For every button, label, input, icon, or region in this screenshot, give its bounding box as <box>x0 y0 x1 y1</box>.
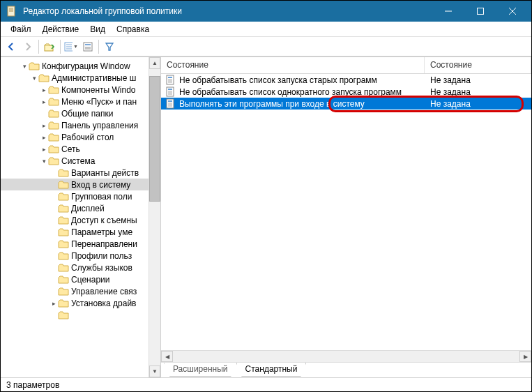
tree-item[interactable]: ▾Система <box>1 155 149 167</box>
tab-extended[interactable]: Расширенный <box>164 363 237 377</box>
scroll-left-button[interactable]: ◀ <box>161 351 173 362</box>
folder-icon <box>58 192 69 202</box>
tree-item[interactable]: ▸Рабочий стол <box>1 131 149 143</box>
menu-help[interactable]: Справка <box>111 23 155 36</box>
policy-row[interactable]: Не обрабатывать список однократного запу… <box>161 86 531 98</box>
folder-icon <box>29 61 40 71</box>
expand-icon[interactable]: ▸ <box>40 146 48 153</box>
window-title: Редактор локальной групповой политики <box>23 6 432 16</box>
folder-icon <box>58 287 69 296</box>
right-panel: Состояние Состояние Не обрабатывать спис… <box>161 57 531 377</box>
svg-rect-28 <box>168 100 172 102</box>
list-scrollbar-x[interactable]: ◀ ▶ <box>161 350 531 362</box>
expand-icon[interactable]: ▸ <box>40 122 48 129</box>
tree-item[interactable]: ▾Конфигурация Window <box>1 60 149 72</box>
tree-item[interactable]: Дисплей <box>1 202 149 214</box>
folder-icon <box>58 180 69 190</box>
folder-icon <box>58 275 69 285</box>
tree-item-label: Управление связ <box>71 287 137 296</box>
filter-button[interactable] <box>102 39 117 54</box>
tree-item[interactable]: ▾Административные ш <box>1 72 149 84</box>
tree-scrollbar[interactable]: ▲ ▼ <box>149 57 160 377</box>
close-button[interactable] <box>496 1 529 22</box>
folder-icon <box>58 204 69 213</box>
tree-item[interactable]: Сценарии <box>1 273 149 285</box>
scroll-down-button[interactable]: ▼ <box>149 365 160 377</box>
tree-item[interactable] <box>1 309 149 321</box>
tree-item-label: Общие папки <box>61 109 113 119</box>
tree-item-label: Сеть <box>61 144 80 154</box>
tree-item[interactable]: ▸Установка драйв <box>1 297 149 309</box>
scroll-up-button[interactable]: ▲ <box>149 57 160 69</box>
tree-item[interactable]: Управление связ <box>1 285 149 297</box>
expand-icon[interactable]: ▸ <box>40 86 48 93</box>
policy-row[interactable]: Выполнять эти программы при входе в сист… <box>161 98 531 110</box>
tree[interactable]: ▾Конфигурация Window▾Административные ш▸… <box>1 57 149 377</box>
folder-icon <box>48 133 59 142</box>
folder-icon <box>58 227 69 237</box>
tree-item-label: Варианты действ <box>71 168 139 178</box>
expand-icon[interactable]: ▸ <box>40 98 48 105</box>
tree-item-label: Вход в систему <box>71 180 130 190</box>
expand-icon[interactable]: ▸ <box>50 300 58 307</box>
scroll-thumb[interactable] <box>149 76 160 202</box>
up-button[interactable] <box>42 39 57 54</box>
collapse-icon[interactable]: ▾ <box>30 75 38 82</box>
collapse-icon[interactable]: ▾ <box>40 158 48 165</box>
menu-file[interactable]: Файл <box>5 23 37 36</box>
app-icon <box>6 6 17 17</box>
forward-button[interactable] <box>20 39 36 54</box>
tree-item-label: Компоненты Windo <box>61 85 135 95</box>
minimize-button[interactable] <box>432 1 464 22</box>
folder-icon <box>58 263 69 273</box>
collapse-icon[interactable]: ▾ <box>20 63 29 70</box>
policy-icon <box>165 86 176 98</box>
folder-icon <box>48 121 59 130</box>
header-name[interactable]: Состояние <box>161 57 425 73</box>
svg-rect-23 <box>168 89 172 90</box>
menu-action[interactable]: Действие <box>37 23 85 36</box>
folder-icon <box>58 299 69 308</box>
title-bar: Редактор локальной групповой политики <box>1 1 531 22</box>
menu-view[interactable]: Вид <box>84 23 111 36</box>
menu-bar: Файл Действие Вид Справка <box>1 22 531 37</box>
folder-icon <box>48 97 59 107</box>
tree-item[interactable]: Общие папки <box>1 107 149 119</box>
tree-item[interactable]: ▸Компоненты Windo <box>1 84 149 96</box>
header-status[interactable]: Состояние <box>425 57 531 73</box>
tree-item-label: Параметры уме <box>71 227 132 237</box>
tree-item[interactable]: ▸Сеть <box>1 143 149 155</box>
back-button[interactable] <box>3 39 19 54</box>
list-button[interactable]: ▼ <box>63 39 79 54</box>
svg-rect-13 <box>84 43 92 51</box>
tree-item[interactable]: Варианты действ <box>1 167 149 179</box>
scroll-right-button[interactable]: ▶ <box>519 351 531 362</box>
policy-row[interactable]: Не обрабатывать список запуска старых пр… <box>161 74 531 86</box>
policy-name: Не обрабатывать список однократного запу… <box>179 87 402 97</box>
maximize-button[interactable] <box>464 1 496 22</box>
tree-item[interactable]: ▸Меню «Пуск» и пан <box>1 96 149 107</box>
tree-item[interactable]: Перенаправлени <box>1 238 149 250</box>
policy-status: Не задана <box>425 87 531 97</box>
tree-item-label: Система <box>61 156 95 166</box>
view-tabs: Расширенный Стандартный <box>161 362 531 377</box>
tree-item[interactable]: ▸Панель управления <box>1 119 149 131</box>
tree-item-label: Перенаправлени <box>71 239 137 249</box>
policy-icon <box>165 75 176 86</box>
tree-item-label: Панель управления <box>61 121 138 130</box>
folder-icon <box>58 310 69 320</box>
folder-icon <box>48 144 59 154</box>
tree-item[interactable]: Групповая поли <box>1 190 149 202</box>
tree-item[interactable]: Вход в систему <box>1 179 149 190</box>
policy-name: Выполнять эти программы при входе в сист… <box>179 99 365 109</box>
tree-item[interactable]: Доступ к съемны <box>1 214 149 226</box>
expand-icon[interactable]: ▸ <box>40 134 48 141</box>
policy-status: Не задана <box>425 75 531 85</box>
folder-icon <box>58 168 69 178</box>
properties-button[interactable] <box>80 39 96 54</box>
tree-item[interactable]: Параметры уме <box>1 226 149 238</box>
tab-standard[interactable]: Стандартный <box>236 363 307 377</box>
tree-item[interactable]: Службы языков <box>1 262 149 273</box>
tree-item[interactable]: Профили польз <box>1 250 149 262</box>
tree-item-label: Административные ш <box>52 73 136 83</box>
